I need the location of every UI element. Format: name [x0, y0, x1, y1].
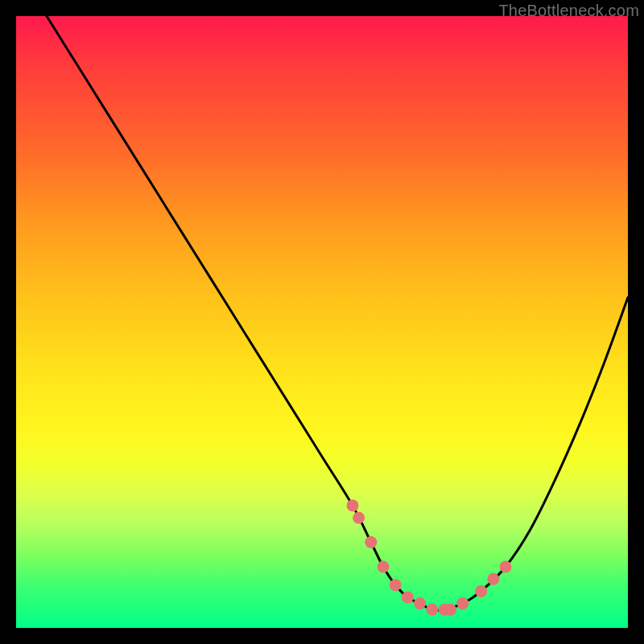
marker-dot [487, 573, 499, 585]
marker-dot [500, 561, 512, 573]
curve-svg [16, 16, 628, 628]
marker-dot [402, 592, 414, 604]
chart-stage: TheBottleneck.com [0, 0, 644, 644]
marker-dot [444, 604, 456, 616]
marker-layer [347, 500, 512, 616]
curve-layer [47, 16, 628, 610]
plot-area [16, 16, 628, 628]
marker-dot [353, 512, 365, 524]
marker-dot [456, 597, 469, 609]
marker-dot [426, 604, 438, 616]
marker-dot [390, 579, 402, 591]
bottleneck-curve [47, 16, 628, 610]
marker-dot [414, 597, 426, 609]
marker-dot [475, 585, 487, 597]
marker-dot [378, 561, 390, 573]
marker-dot [347, 500, 359, 512]
marker-dot [365, 536, 377, 548]
